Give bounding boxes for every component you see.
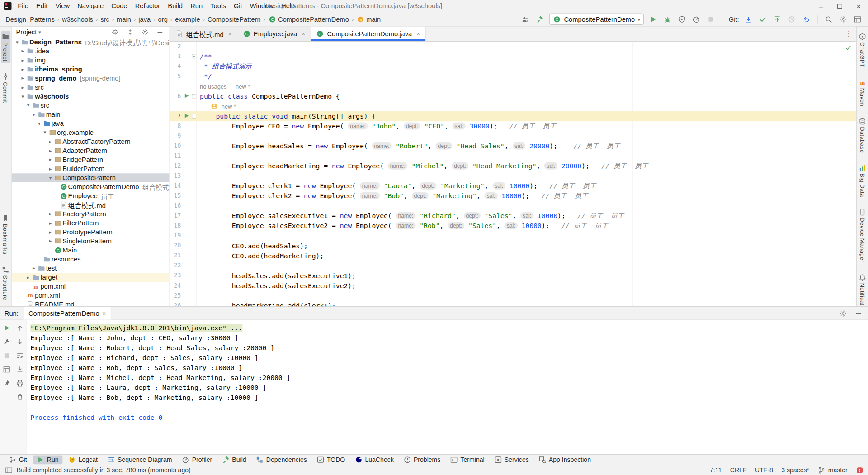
menu-refactor[interactable]: Refactor xyxy=(131,2,164,10)
settings-icon[interactable] xyxy=(140,27,150,37)
edit-config-button[interactable] xyxy=(2,337,12,347)
breadcrumb-item[interactable]: w3schools xyxy=(62,15,93,23)
chevron-down-icon[interactable]: ▾ xyxy=(36,121,43,126)
close-tab-icon[interactable]: × xyxy=(228,30,232,38)
close-tab-icon[interactable]: × xyxy=(302,30,306,38)
find-icon[interactable] xyxy=(824,14,834,24)
tree-item[interactable]: mpom.xml xyxy=(12,291,170,300)
toolwindow-button-git[interactable]: Git xyxy=(5,456,31,465)
chevron-right-icon[interactable]: ▸ xyxy=(47,157,54,162)
tree-item[interactable]: ▸test xyxy=(12,264,170,273)
tree-item[interactable]: ▸BuilderPattern xyxy=(12,164,170,173)
toolwindow-button-app-inspection[interactable]: App Inspection xyxy=(534,456,595,465)
collapse-all-icon[interactable] xyxy=(125,27,135,37)
chevron-right-icon[interactable]: ▸ xyxy=(47,148,54,153)
stripe-button-device-manager[interactable]: Device Manager xyxy=(858,207,867,264)
hide-panel-icon[interactable] xyxy=(854,308,863,318)
chevron-right-icon[interactable]: ▸ xyxy=(19,85,26,90)
chevron-down-icon[interactable]: ▾ xyxy=(42,130,48,135)
tree-item[interactable]: ▸src xyxy=(12,83,170,92)
tool-window-switcher-icon[interactable] xyxy=(5,466,13,474)
chevron-down-icon[interactable]: ▾ xyxy=(47,175,54,180)
tree-item[interactable]: ▸BridgePattern xyxy=(12,155,170,164)
menu-tools[interactable]: Tools xyxy=(207,2,230,10)
more-tabs-icon[interactable]: ⋮ xyxy=(841,27,856,41)
editor-body[interactable]: 23/**4 * 组合模式演示5 */no usagesnew *6public… xyxy=(170,42,856,306)
stripe-button-big-data[interactable]: Big Data xyxy=(858,162,867,199)
chevron-right-icon[interactable]: ▸ xyxy=(30,266,37,271)
fold-icon[interactable] xyxy=(191,111,196,121)
run-configuration-select[interactable]: C CompositePatternDemo ▾ xyxy=(549,13,644,25)
settings-icon[interactable] xyxy=(838,14,848,24)
status-7-11[interactable]: 7:11 xyxy=(710,467,722,474)
locate-icon[interactable] xyxy=(110,27,120,37)
tree-item[interactable]: CCompositePatternDemo组合模式演示 xyxy=(12,182,170,191)
menu-edit[interactable]: Edit xyxy=(32,2,51,10)
menu-view[interactable]: View xyxy=(52,2,74,10)
tree-item[interactable]: ▸FactoryPattern xyxy=(12,209,170,218)
chevron-right-icon[interactable]: ▸ xyxy=(47,229,54,235)
chevron-right-icon[interactable]: ▸ xyxy=(19,76,26,81)
stop-button[interactable] xyxy=(2,351,12,361)
chevron-right-icon[interactable]: ▸ xyxy=(47,139,54,144)
chevron-right-icon[interactable]: ▸ xyxy=(47,238,54,244)
stripe-button-bookmarks[interactable]: Bookmarks xyxy=(1,213,10,256)
tree-item[interactable]: ▸AbstractFactoryPattern xyxy=(12,137,170,146)
pin-button[interactable] xyxy=(2,378,12,388)
close-button[interactable]: × xyxy=(849,0,868,12)
layout-button[interactable] xyxy=(2,365,12,375)
tree-item[interactable]: ▸.idea xyxy=(12,47,170,56)
breadcrumb-item[interactable]: Design_Patterns xyxy=(5,15,55,23)
rollback-icon[interactable] xyxy=(801,14,811,24)
chevron-down-icon[interactable]: ▾ xyxy=(14,39,21,45)
stop-icon[interactable] xyxy=(706,14,716,24)
ide-error-icon[interactable] xyxy=(856,466,863,474)
run-line-icon[interactable] xyxy=(184,111,189,121)
tree-item[interactable]: ▸FilterPattern xyxy=(12,218,170,228)
editor-tab[interactable]: 组合模式.md× xyxy=(170,27,237,41)
tree-item[interactable]: ▾java xyxy=(12,119,170,128)
tree-item[interactable]: ▾main xyxy=(12,110,170,119)
breadcrumb-item[interactable]: org xyxy=(158,15,168,23)
minimize-button[interactable]: – xyxy=(811,0,830,12)
toolwindow-button-dependencies[interactable]: Dependencies xyxy=(252,456,311,465)
tree-item[interactable]: ▸itheima_spring xyxy=(12,65,170,74)
stripe-button-commit[interactable]: Commit xyxy=(1,71,10,104)
breadcrumb-item[interactable]: CCompositePatternDemo xyxy=(268,15,349,23)
tree-item[interactable]: ▸PrototypePattern xyxy=(12,228,170,237)
menu-run[interactable]: Run xyxy=(187,2,207,10)
coverage-icon[interactable] xyxy=(677,14,687,24)
status-3-spaces[interactable]: 3 spaces* xyxy=(781,467,809,474)
clear-button[interactable] xyxy=(15,392,25,402)
menu-code[interactable]: Code xyxy=(108,2,131,10)
menu-git[interactable]: Git xyxy=(230,2,246,10)
build-hammer-icon[interactable] xyxy=(535,14,545,24)
editor-tab[interactable]: CCompositePatternDemo.java× xyxy=(311,27,426,41)
tree-item[interactable]: ▾CompositePattern xyxy=(12,173,170,182)
breadcrumb-item[interactable]: src xyxy=(100,15,109,23)
toolwindow-button-todo[interactable]: TODO xyxy=(312,456,349,465)
soft-wrap-button[interactable] xyxy=(15,351,25,361)
tree-item[interactable]: README.md xyxy=(12,300,170,306)
down-button[interactable] xyxy=(15,337,25,347)
profiler-icon[interactable] xyxy=(692,14,702,24)
stripe-button-project[interactable]: Project xyxy=(1,31,10,63)
tree-item[interactable]: 组合模式.md xyxy=(12,200,170,209)
tree-item[interactable]: resources xyxy=(12,255,170,264)
push-icon[interactable] xyxy=(772,14,782,24)
run-line-icon[interactable] xyxy=(184,91,189,101)
run-tab[interactable]: CompositePatternDemo × xyxy=(23,307,112,319)
chevron-right-icon[interactable]: ▸ xyxy=(19,66,26,72)
debug-icon[interactable] xyxy=(663,14,673,24)
chevron-down-icon[interactable]: ▾ xyxy=(19,94,26,99)
menu-build[interactable]: Build xyxy=(164,2,187,10)
stripe-button-chatgpt[interactable]: ChatGPT xyxy=(858,31,867,69)
tree-item[interactable]: mpom.xml xyxy=(12,282,170,291)
toolwindow-button-services[interactable]: Services xyxy=(490,456,533,465)
tree-item[interactable]: ▸AdapterPattern xyxy=(12,146,170,155)
toolwindow-button-terminal[interactable]: Terminal xyxy=(446,456,489,465)
chevron-right-icon[interactable]: ▸ xyxy=(47,166,54,171)
settings-icon[interactable] xyxy=(838,308,848,318)
stripe-button-structure[interactable]: Structure xyxy=(1,264,10,302)
status-crlf[interactable]: CRLF xyxy=(730,467,747,474)
